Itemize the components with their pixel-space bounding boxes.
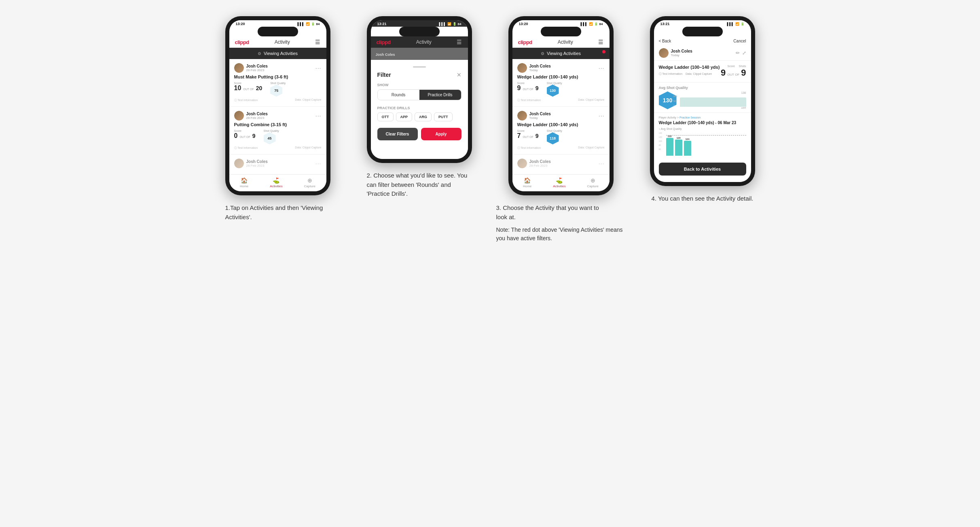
sq-label-1-1: Shot Quality [270, 82, 286, 85]
activity-card-1-1[interactable]: Josh Coles 28 Feb 2023 ··· Must Make Put… [229, 59, 326, 107]
expand-icon[interactable]: ⤢ [742, 50, 746, 56]
caption-1: 1.Tap on Activities and then 'Viewing Ac… [225, 203, 330, 222]
signal-4: ▌▌▌ [727, 22, 734, 26]
battery-1: 🔋 [311, 22, 315, 26]
nav-home-1[interactable]: 🏠 Home [240, 177, 248, 188]
info-3-2: ⓘ Test Information [517, 146, 541, 150]
wifi-3: 📶 [589, 22, 593, 26]
battery-val-1: 84 [316, 22, 320, 26]
mini-chart: 130 100500 APP [680, 91, 746, 109]
tag-arg[interactable]: ARG [415, 112, 432, 121]
activities-icon-1: ⛳ [273, 177, 279, 184]
practice-drills-section-label: Practice Drills [377, 106, 461, 110]
card-footer-1-2: ⓘ Test Information Data: Clippd Capture [234, 146, 322, 150]
logo-1: clippd [235, 39, 249, 45]
tag-ott[interactable]: OTT [377, 112, 394, 121]
avatar-1-1 [234, 63, 244, 73]
activity-card-1-2[interactable]: Josh Coles 28 Feb 2023 ··· Putting Combi… [229, 107, 326, 155]
home-icon-1: 🏠 [241, 177, 248, 184]
bottom-spacer-2 [371, 147, 468, 159]
apply-button[interactable]: Apply [421, 128, 461, 140]
nav-activities-3[interactable]: ⛳ Activities [553, 177, 566, 188]
time-4: 13:21 [660, 22, 670, 26]
time-3: 13:20 [519, 22, 528, 26]
avg-sq-title: Avg Shot Quality [659, 86, 746, 90]
activity-title-3-1: Wedge Ladder (100–140 yds) [517, 74, 605, 79]
activity-card-3-2[interactable]: Josh Coles Today ··· Wedge Ladder (100–1… [512, 107, 610, 155]
time-2: 13:21 [377, 22, 387, 26]
nav-capture-3[interactable]: ⊕ Capture [587, 177, 599, 188]
out-of-val-1-1: 20 [256, 85, 262, 91]
dots-1-1[interactable]: ··· [315, 65, 322, 71]
data-1-1: Data: Clippd Capture [295, 98, 321, 102]
quality-badge-1-2: 45 [264, 132, 276, 144]
wifi-1: 📶 [306, 22, 310, 26]
app-nav-3: clippd Activity ☰ [512, 36, 610, 48]
notch-1 [258, 27, 298, 36]
score-col-label: Score Shots [721, 65, 746, 68]
avatar-1-3 [234, 159, 244, 168]
user-info-3-3: Josh Coles 28 Feb 2023 [517, 159, 551, 168]
bar-chart: 1401201008060 132 129 [659, 132, 746, 156]
score-val-1-2: 0 [234, 132, 238, 140]
rounds-btn[interactable]: Rounds [378, 90, 419, 100]
toggle-group: Rounds Practice Drills [377, 89, 461, 100]
user-name-1-3: Josh Coles [246, 159, 268, 164]
clear-filters-button[interactable]: Clear Filters [377, 128, 418, 140]
avatar-3-1 [517, 63, 527, 73]
phone-2: 13:21 ▌▌▌ 📶 🔋 84 clippd Activity ☰ [367, 16, 472, 163]
nav-activities-1[interactable]: ⛳ Activities [270, 177, 283, 188]
sq-label-1-2: Shot Quality [264, 129, 279, 132]
practice-session-link[interactable]: Practice Session [679, 116, 701, 119]
dots-3-1[interactable]: ··· [599, 65, 605, 71]
practice-drills-btn[interactable]: Practice Drills [419, 90, 461, 100]
menu-icon-3[interactable]: ☰ [598, 39, 603, 45]
score-label-3-2: Score [517, 129, 539, 132]
step-1-column: 13:20 ▌▌▌ 📶 🔋 84 clippd Activity ☰ [213, 16, 343, 243]
detail-activity-title: Wedge Ladder (100–140 yds) [659, 65, 720, 70]
partial-top-2: Josh Coles [371, 48, 468, 60]
user-date-3-3: 28 Feb 2023 [529, 164, 551, 167]
detail-user-row: Josh Coles Today ✏ ⤢ [654, 46, 751, 61]
user-date-1-1: 28 Feb 2023 [246, 68, 268, 72]
close-icon[interactable]: ✕ [457, 72, 461, 78]
capture-label-1: Capture [304, 184, 315, 188]
modal-handle [413, 66, 426, 68]
wifi-4: 📶 [735, 22, 739, 26]
phone-4: 13:21 ▌▌▌ 📶 🔋 < Back Cancel [650, 16, 755, 186]
filter-modal: Filter ✕ Show Rounds Practice Drills Pra… [371, 60, 468, 147]
signal-1: ▌▌▌ [298, 22, 305, 26]
activity-banner-1[interactable]: ⚙ Viewing Activities [229, 48, 326, 59]
step-2-column: 13:21 ▌▌▌ 📶 🔋 84 clippd Activity ☰ [355, 16, 484, 243]
home-label-3: Home [523, 184, 531, 188]
signal-2: ▌▌▌ [439, 22, 446, 26]
phone-1: 13:20 ▌▌▌ 📶 🔋 84 clippd Activity ☰ [225, 16, 330, 195]
caption-2: 2. Choose what you'd like to see. You ca… [367, 171, 472, 199]
bar-col-1: 132 [666, 135, 673, 156]
cancel-button[interactable]: Cancel [733, 39, 746, 43]
dots-3-2[interactable]: ··· [599, 112, 605, 119]
chart-val-label: 130 [741, 91, 746, 94]
detail-avatar [659, 48, 669, 58]
tag-putt[interactable]: PUTT [434, 112, 453, 121]
activity-card-3-1[interactable]: Josh Coles Today ··· Wedge Ladder (100–1… [512, 59, 610, 107]
nav-capture-1[interactable]: ⊕ Capture [304, 177, 315, 188]
menu-icon-1[interactable]: ☰ [315, 39, 320, 45]
back-to-activities-btn[interactable]: Back to Activities [659, 163, 746, 176]
activity-banner-3[interactable]: ⚙ Viewing Activities [512, 48, 610, 59]
activities-label-1: Activities [270, 184, 283, 188]
edit-icon[interactable]: ✏ [736, 50, 740, 56]
nav-home-3[interactable]: 🏠 Home [523, 177, 531, 188]
banner-icon-1: ⚙ [258, 51, 261, 56]
activities-label-3: Activities [553, 184, 566, 188]
dots-1-2[interactable]: ··· [315, 112, 322, 119]
detail-header: < Back Cancel [654, 36, 751, 46]
tag-app[interactable]: APP [396, 112, 413, 121]
menu-icon-2[interactable]: ☰ [457, 39, 462, 45]
user-name-1-2: Josh Coles [246, 112, 268, 116]
back-button[interactable]: < Back [659, 39, 671, 43]
user-name-3-3: Josh Coles [529, 159, 551, 164]
time-1: 13:20 [236, 22, 245, 26]
modal-title: Filter [377, 72, 391, 78]
bar-col-3: 124 [684, 138, 691, 156]
